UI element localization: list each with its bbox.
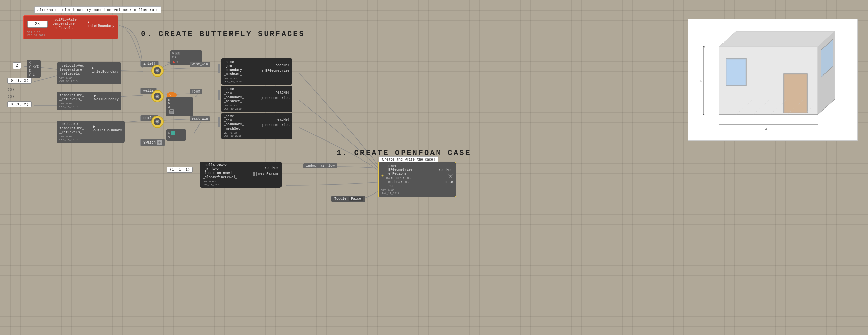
vol-flow-arrow: ▶	[88, 20, 90, 24]
a-label: A	[175, 56, 176, 60]
vol-flow-output: inletBoundary	[88, 24, 114, 28]
outlet-boundary-node: _pressure_ temperature_ _refLevels_ ▶ ou…	[57, 121, 125, 143]
ew-readme[interactable]: readMe!	[275, 118, 290, 122]
mp-cell: _cellSizeXYZ_	[203, 163, 237, 167]
ew-mesh: _meshSet_	[224, 127, 244, 131]
y-label: Y XYZ	[29, 65, 39, 69]
toggle-node: Toggle False	[331, 196, 365, 202]
x-label: X	[29, 61, 39, 65]
bd-icon	[169, 109, 174, 114]
east-win-bf-node: _name _geo _boundary_ _meshSet_ readMe! …	[221, 113, 292, 139]
case-mesh: _meshParams_	[386, 180, 437, 184]
ww-geo: _geo	[224, 64, 244, 68]
mp-loc: _locationInMesh_	[203, 171, 237, 175]
z-label: Z	[29, 69, 39, 73]
input-012[interactable]: 0 (1, 2)	[7, 101, 32, 107]
vol-flow-label2: temperature_	[52, 22, 86, 26]
ew-n: _name	[224, 115, 244, 118]
room-bf-node: _name _geo _boundary_ _meshSet_ readMe! …	[221, 86, 292, 112]
viewport-svg: h w	[688, 19, 858, 141]
svg-rect-24	[727, 59, 746, 85]
swatch-button[interactable]: Swatch	[140, 139, 165, 146]
wall-output: wallBoundary	[94, 98, 119, 101]
svg-rect-10	[170, 111, 173, 113]
east-win-label: east_win	[190, 116, 210, 121]
toggle-label: Toggle	[334, 197, 346, 201]
wall-ver: VER 0.03OCT_30_2016	[59, 102, 119, 108]
vol-flow-input[interactable]: 28	[27, 21, 48, 28]
vol-flow-label1: _volFlowRate	[52, 18, 86, 22]
ew-bf: BFGeometries	[265, 123, 290, 127]
bdw-node: B D W	[166, 97, 193, 116]
case-run: _run	[386, 184, 437, 188]
out-label3: _refLevels_	[59, 131, 84, 134]
g2-label: G	[168, 131, 170, 135]
s-label: S	[169, 93, 171, 97]
input-012-label0: {0}	[7, 95, 14, 99]
v-label: V	[29, 73, 31, 77]
gs-node: G S	[166, 129, 186, 141]
room-connector	[218, 90, 220, 100]
room-ver: VER 0.03OCT_30_2016	[224, 104, 290, 110]
room-bound: _boundary_	[224, 96, 244, 99]
mp-readme[interactable]: readMe!	[265, 166, 279, 170]
ww-bound: _boundary_	[224, 68, 244, 72]
c-label: C	[172, 56, 174, 60]
section-butterfly: 0. CREATE BUTTERFLY SURFACES	[141, 30, 305, 38]
g-label: G	[172, 52, 174, 55]
out-output: outletBoundary	[93, 129, 122, 132]
case-output: case	[445, 180, 453, 184]
mp-grid-icon	[253, 172, 258, 177]
mesh-input[interactable]: {1, 1, 1}	[167, 167, 193, 173]
b-label: B	[168, 98, 191, 102]
flame-icon	[172, 60, 175, 64]
ww-n: _name	[224, 60, 244, 64]
swatch-icon	[157, 140, 162, 145]
ww-readme[interactable]: readMe!	[275, 64, 290, 67]
l-label: L	[33, 73, 35, 77]
east-win-connector	[218, 117, 220, 127]
yellow-circle-inlet[interactable]	[151, 65, 164, 77]
input-2[interactable]: 2	[13, 62, 21, 69]
mp-grad: _gradXYZ_	[203, 167, 237, 171]
input-033[interactable]: 0 (3, 3)	[7, 78, 32, 84]
toggle-value[interactable]: False	[349, 197, 363, 201]
yellow-circle-walls[interactable]	[151, 90, 164, 102]
vol-flow-label3: _refLevels_	[52, 26, 86, 30]
case-ref: refRegions_	[386, 172, 437, 176]
circle-inner-3	[154, 118, 161, 125]
wall-arrow: ▶	[94, 94, 96, 98]
room-bf: BFGeometries	[265, 96, 290, 100]
ww-arrow-icon	[260, 69, 265, 73]
case-2d: make2dParams_	[386, 176, 437, 180]
m2-label: m²	[175, 52, 180, 55]
input-033-label0: {0}	[7, 88, 14, 92]
velocity-vec-node: _velocityVec temperature_ _refLevels_ ▶ …	[57, 62, 121, 84]
vel-label1: _velocityVec	[59, 64, 84, 68]
svg-rect-26	[784, 74, 807, 112]
swatch-label: Swatch	[143, 141, 156, 145]
circle-inner-1	[154, 67, 161, 74]
vel-label2: temperature_	[59, 68, 84, 72]
openfoam-case-node: + _name _BFGeometries refRegions_ make2d…	[378, 162, 456, 197]
indoor-airflow-label: indoor_airflow	[303, 163, 337, 168]
svg-rect-14	[256, 174, 257, 176]
wall-label1: temperature_	[59, 94, 84, 97]
room-n: _name	[224, 87, 244, 91]
mp-glob: _globRefineLevel_	[203, 175, 237, 179]
case-ver: VER 0.03JAN_11_2017	[381, 189, 453, 195]
yellow-circle-outlet[interactable]	[151, 116, 164, 128]
ew-geo: _geo	[224, 119, 244, 122]
vel-arrow: ▶	[92, 66, 94, 70]
case-plus: +	[381, 174, 384, 178]
case-x-icon	[448, 174, 453, 179]
room-readme[interactable]: readMe!	[275, 91, 290, 95]
out-ver: VER 0.03OCT_30_2016	[59, 135, 122, 141]
d-label: D	[168, 102, 191, 105]
svg-rect-1	[156, 70, 158, 71]
case-readme[interactable]: readMe!	[439, 168, 453, 172]
out-arrow: ▶	[93, 125, 96, 129]
vel-output: inletBoundary	[92, 70, 119, 74]
v-node-label: V	[176, 60, 178, 64]
case-name: _name	[386, 164, 437, 168]
